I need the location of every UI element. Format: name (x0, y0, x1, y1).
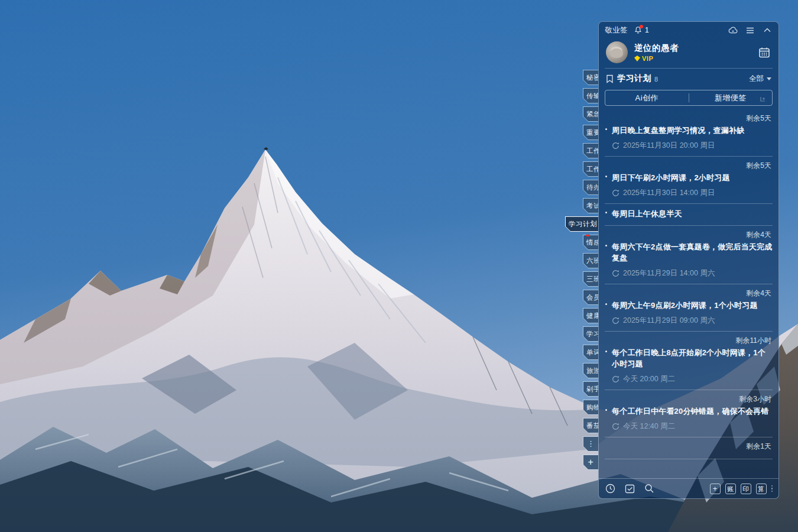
add-note-button[interactable]: + (710, 484, 721, 494)
bullet-dot-icon (605, 212, 607, 213)
category-tab[interactable]: 传输 (583, 88, 598, 103)
bullet-dot-icon (605, 303, 607, 305)
accounting-button[interactable]: 账 (725, 484, 736, 494)
notification-count: 1 (645, 26, 649, 34)
category-tab-label: 单词 (583, 345, 598, 359)
user-row: 逆位的愚者 VIP (599, 37, 778, 68)
more-tools-icon[interactable] (771, 485, 773, 492)
calculator-button[interactable]: 算 (756, 484, 767, 494)
note-title: 每周六上午9点刷2小时网课，1个小时习题 (605, 300, 773, 311)
menu-icon[interactable] (745, 25, 755, 35)
repeat-reminder-icon (612, 142, 619, 150)
unread-badge-dot (586, 232, 590, 236)
repeat-reminder-icon (612, 423, 619, 430)
note-title: 每个工作日晚上8点开始刷2个小时网课，1个小时习题 (605, 347, 773, 369)
ai-create-button[interactable]: Ai创作 (605, 90, 689, 105)
vip-diamond-icon (634, 56, 640, 61)
bullet-dot-icon (605, 176, 607, 177)
user-name: 逆位的愚者 (634, 43, 679, 54)
add-category-tab[interactable]: + (583, 455, 598, 470)
note-reminder-time: 2025年11月30日 20:00 周日 (605, 141, 773, 150)
category-tab-label: 情感 (583, 235, 598, 249)
calendar-icon[interactable] (757, 46, 771, 60)
category-tab-label: 三班 (583, 272, 598, 286)
quick-add-icon[interactable] (760, 94, 768, 102)
filter-dropdown[interactable]: 全部 (749, 74, 771, 84)
category-tab-label: ⋮ (583, 437, 598, 451)
category-tab[interactable]: 待办 (583, 180, 598, 195)
note-item[interactable]: 每周日上午休息半天 (605, 204, 773, 226)
category-tab[interactable]: 考试 (583, 198, 598, 213)
category-tab-active[interactable]: 学习计划 (565, 216, 598, 232)
more-categories-tab[interactable]: ⋮ (583, 436, 598, 452)
action-bar: Ai创作 新增便签 (605, 90, 773, 106)
category-tab-label: 旅游 (583, 364, 598, 378)
category-tab[interactable]: 学习 (583, 326, 598, 342)
board-title: 学习计划 (617, 73, 651, 84)
time-list-icon[interactable] (605, 484, 615, 494)
category-tab[interactable]: 单词 (583, 345, 598, 360)
app-title: 敬业签 (605, 25, 628, 35)
collapse-icon[interactable] (762, 25, 773, 35)
category-tab[interactable]: 番茄 (583, 418, 598, 433)
category-tab[interactable]: 紧急 (583, 106, 598, 122)
note-item[interactable]: 剩余4天每周六下午2点做一套真题卷，做完后当天完成复盘2025年11月29日 1… (605, 226, 773, 284)
category-tab-label: 六班 (583, 254, 598, 268)
note-remaining-label: 剩余11小时 (605, 336, 773, 346)
vip-badge[interactable]: VIP (634, 55, 679, 62)
completed-notes-icon[interactable] (624, 484, 635, 494)
category-tab-label: 秘密 (583, 70, 598, 85)
avatar[interactable] (606, 41, 628, 63)
note-remaining-label: 剩余5天 (605, 113, 773, 124)
note-remaining-label: 剩余5天 (605, 161, 773, 171)
search-icon[interactable] (644, 484, 654, 494)
category-tab[interactable]: 会员 (583, 290, 598, 305)
print-button[interactable]: 印 (741, 484, 751, 494)
repeat-reminder-icon (612, 317, 619, 325)
note-item[interactable]: 剩余5天周日晚上复盘整周学习情况，查漏补缺2025年11月30日 20:00 周… (605, 109, 773, 157)
category-tab[interactable]: 工作 (583, 161, 598, 177)
bullet-dot-icon (605, 245, 607, 246)
category-tab[interactable]: 六班 (583, 253, 598, 268)
notification-bell-icon[interactable] (634, 25, 643, 35)
bullet-dot-icon (605, 409, 607, 411)
chevron-down-icon (767, 77, 771, 80)
note-item[interactable]: 剩余4天每周六上午9点刷2小时网课，1个小时习题2025年11月29日 09:0… (605, 284, 773, 332)
note-title: 每个工作日中午看20分钟错题，确保不会再错 (605, 406, 773, 417)
note-remaining-label: 剩余1天 (605, 442, 773, 452)
board-note-count: 8 (654, 76, 658, 83)
category-tab-label: 重要 (583, 125, 598, 140)
note-item[interactable]: 剩余11小时每个工作日晚上8点开始刷2个小时网课，1个小时习题今天 20:00 … (605, 332, 773, 390)
board-header: 学习计划 8 全部 (599, 69, 778, 85)
category-tab[interactable]: 购物 (583, 400, 598, 415)
category-tab[interactable]: 秘密 (583, 70, 598, 85)
titlebar: 敬业签 1 (599, 22, 778, 37)
category-tab-label: 健康 (583, 309, 598, 323)
note-item[interactable]: 剩余5天周日下午刷2小时网课，2小时习题2025年11月30日 14:00 周日 (605, 157, 773, 204)
category-tab[interactable]: 重要 (583, 125, 598, 140)
note-reminder-time: 2025年11月30日 14:00 周日 (605, 188, 773, 197)
category-tab-label: 考试 (583, 199, 598, 213)
bullet-dot-icon (605, 128, 607, 130)
category-tab[interactable]: 剁手 (583, 381, 598, 397)
category-tab-label: 工作 (583, 144, 598, 158)
category-tab[interactable]: 工作 (583, 143, 598, 158)
category-tab[interactable]: 健康 (583, 308, 598, 323)
note-title: 每周六下午2点做一套真题卷，做完后当天完成复盘 (605, 241, 773, 264)
note-item[interactable]: 剩余1天 (605, 437, 773, 459)
category-tab-label: 剁手 (583, 382, 598, 396)
category-tab-label: 学习 (583, 327, 598, 341)
category-tab-strip: 秘密传输紧急重要工作工作待办考试学习计划情感六班三班会员健康学习单词旅游剁手购物… (565, 70, 598, 470)
repeat-reminder-icon (612, 189, 619, 197)
bookmark-icon (606, 74, 614, 83)
note-title: 周日下午刷2小时网课，2小时习题 (605, 172, 773, 183)
category-tab-label: 紧急 (583, 107, 598, 121)
category-tab[interactable]: 三班 (583, 271, 598, 287)
cloud-sync-icon[interactable] (728, 25, 738, 35)
notification-dot (640, 25, 643, 28)
note-item[interactable]: 剩余3小时每个工作日中午看20分钟错题，确保不会再错今天 12:40 周二 (605, 390, 773, 437)
note-reminder-time: 今天 12:40 周二 (605, 421, 773, 431)
category-tab-label: 购物 (583, 400, 598, 414)
category-tab[interactable]: 旅游 (583, 363, 598, 378)
category-tab[interactable]: 情感 (583, 235, 598, 250)
